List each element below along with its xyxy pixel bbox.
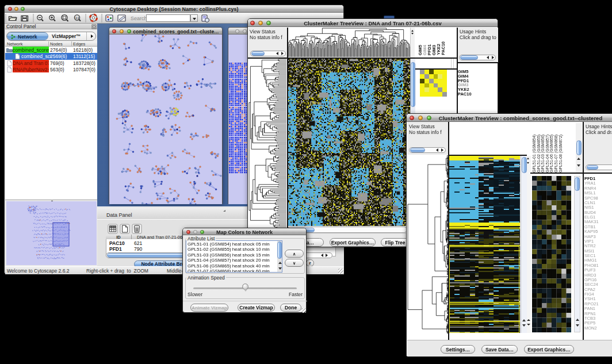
svg-text:1:1: 1:1 — [75, 17, 79, 20]
